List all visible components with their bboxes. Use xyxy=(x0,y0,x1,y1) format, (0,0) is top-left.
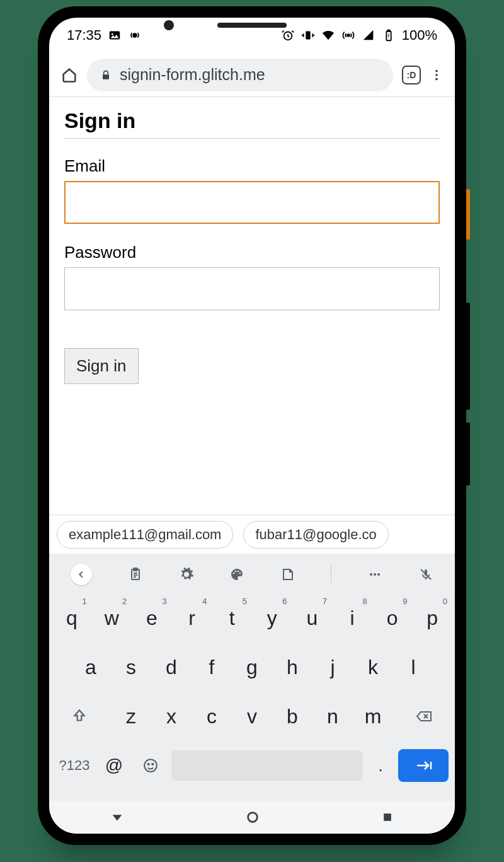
battery-icon xyxy=(382,28,396,42)
vibrate-icon xyxy=(301,28,315,42)
key-e[interactable]: e3 xyxy=(133,595,171,641)
autofill-suggestions: example111@gmail.com fubar11@google.co xyxy=(49,515,455,554)
browser-toolbar: signin-form.glitch.me :D xyxy=(49,53,455,97)
key-v[interactable]: v xyxy=(233,694,271,739)
page-title: Sign in xyxy=(64,108,440,139)
lock-icon xyxy=(100,69,112,81)
email-input[interactable] xyxy=(64,181,440,224)
key-u[interactable]: u7 xyxy=(294,595,331,641)
mic-off-icon[interactable] xyxy=(418,567,433,582)
wifi-icon xyxy=(321,28,335,42)
key-r[interactable]: r4 xyxy=(173,595,211,641)
enter-key[interactable] xyxy=(398,749,449,782)
palette-icon[interactable] xyxy=(229,567,244,582)
url-bar[interactable]: signin-form.glitch.me xyxy=(87,59,393,91)
svg-point-26 xyxy=(248,813,258,822)
clipboard-icon[interactable] xyxy=(128,567,143,582)
key-l[interactable]: l xyxy=(394,644,432,690)
key-h[interactable]: h xyxy=(273,644,311,690)
gear-icon[interactable] xyxy=(179,567,194,582)
key-t[interactable]: t5 xyxy=(213,595,251,641)
key-g[interactable]: g xyxy=(233,644,271,690)
shift-key[interactable] xyxy=(53,694,106,739)
sticker-icon[interactable] xyxy=(280,567,295,582)
svg-point-23 xyxy=(144,759,157,772)
suggestion-chip[interactable]: fubar11@google.co xyxy=(243,521,388,549)
more-icon[interactable] xyxy=(367,567,382,582)
emoji-key[interactable] xyxy=(135,743,166,788)
key-f[interactable]: f xyxy=(193,644,231,690)
svg-point-2 xyxy=(133,33,137,37)
svg-point-19 xyxy=(374,573,376,576)
svg-rect-7 xyxy=(387,30,390,32)
nav-recent-icon[interactable] xyxy=(381,811,394,824)
symbols-key[interactable]: ?123 xyxy=(55,743,93,788)
page-content: Sign in Email Password Sign in xyxy=(49,97,455,515)
password-label: Password xyxy=(64,243,440,262)
svg-point-18 xyxy=(370,573,372,576)
password-input[interactable] xyxy=(64,267,440,310)
key-o[interactable]: o9 xyxy=(374,595,411,641)
android-navbar xyxy=(49,801,455,834)
svg-point-20 xyxy=(377,573,380,576)
image-icon xyxy=(108,28,122,42)
key-p[interactable]: p0 xyxy=(413,595,451,641)
menu-icon[interactable] xyxy=(430,68,444,82)
key-c[interactable]: c xyxy=(193,694,231,739)
key-a[interactable]: a xyxy=(72,644,110,690)
key-m[interactable]: m xyxy=(354,694,392,739)
suggestion-chip[interactable]: example111@gmail.com xyxy=(57,521,233,549)
battery-percent: 100% xyxy=(402,27,437,44)
key-b[interactable]: b xyxy=(273,694,311,739)
key-x[interactable]: x xyxy=(152,694,190,739)
soft-keyboard: q1w2e3r4t5y6u7i8o9p0 asdfghjkl zxcvbnm ?… xyxy=(49,554,455,801)
key-n[interactable]: n xyxy=(314,694,352,739)
alarm-icon xyxy=(281,28,295,42)
status-time: 17:35 xyxy=(67,27,101,44)
home-icon[interactable] xyxy=(60,66,78,84)
svg-rect-27 xyxy=(384,813,391,821)
svg-point-25 xyxy=(152,764,153,765)
svg-point-9 xyxy=(435,69,438,72)
backspace-key[interactable] xyxy=(398,694,451,739)
tab-switcher[interactable]: :D xyxy=(402,66,421,84)
hotspot2-icon xyxy=(341,28,355,42)
key-q[interactable]: q1 xyxy=(53,595,91,641)
svg-point-1 xyxy=(112,33,113,35)
svg-point-14 xyxy=(233,573,235,574)
key-k[interactable]: k xyxy=(354,644,392,690)
at-key[interactable]: @ xyxy=(98,743,130,788)
hotspot-icon xyxy=(128,28,142,42)
space-key[interactable] xyxy=(171,750,363,781)
key-i[interactable]: i8 xyxy=(333,595,371,641)
signal-icon xyxy=(362,28,375,42)
svg-rect-4 xyxy=(306,32,310,40)
key-z[interactable]: z xyxy=(112,694,150,739)
nav-home-icon[interactable] xyxy=(246,810,260,824)
key-w[interactable]: w2 xyxy=(93,595,131,641)
email-label: Email xyxy=(64,156,440,176)
key-d[interactable]: d xyxy=(152,644,190,690)
signin-button[interactable]: Sign in xyxy=(64,348,139,384)
key-s[interactable]: s xyxy=(112,644,150,690)
svg-point-15 xyxy=(235,571,237,573)
svg-rect-8 xyxy=(103,74,109,79)
period-key[interactable]: . xyxy=(368,743,393,788)
key-j[interactable]: j xyxy=(314,644,352,690)
svg-point-24 xyxy=(148,764,149,765)
svg-point-5 xyxy=(347,34,350,37)
svg-rect-13 xyxy=(134,568,137,571)
svg-point-10 xyxy=(435,74,438,76)
url-text: signin-form.glitch.me xyxy=(120,66,265,84)
svg-point-16 xyxy=(238,571,239,573)
svg-point-17 xyxy=(239,573,241,574)
nav-back-icon[interactable] xyxy=(110,810,124,824)
kb-back-icon[interactable] xyxy=(71,564,92,585)
key-y[interactable]: y6 xyxy=(253,595,291,641)
svg-point-11 xyxy=(435,78,438,80)
